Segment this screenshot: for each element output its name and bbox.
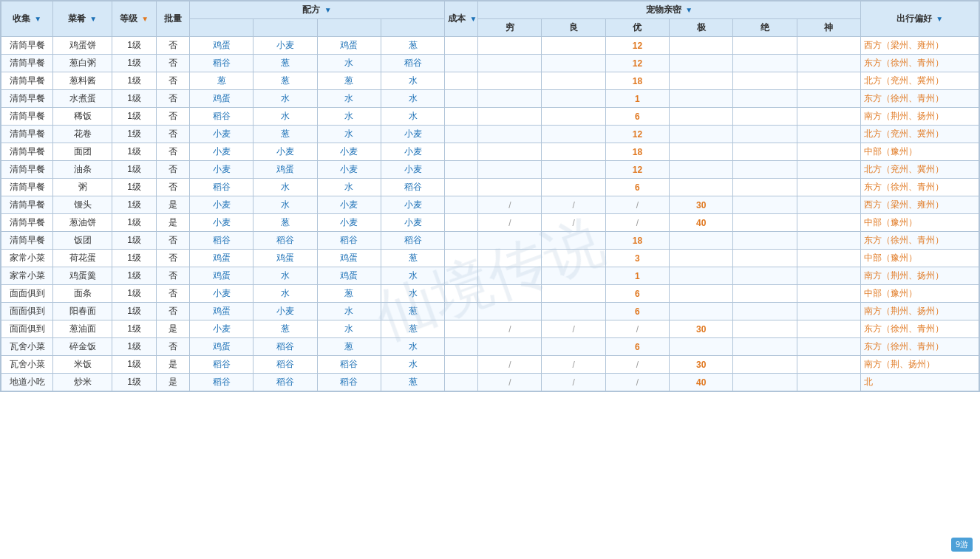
- filter-dish-icon[interactable]: ▼: [89, 15, 97, 22]
- table-cell: [445, 214, 478, 232]
- table-cell: 3: [605, 250, 669, 267]
- header-collect[interactable]: 收集 ▼: [1, 1, 53, 37]
- table-cell: [542, 126, 605, 143]
- table-cell: 水: [381, 285, 444, 303]
- table-cell: 稻谷: [381, 55, 444, 72]
- table-cell: [670, 72, 733, 90]
- table-cell: [797, 143, 860, 161]
- header-affinity-group[interactable]: 宠物亲密 ▼: [478, 1, 861, 19]
- table-cell: [670, 267, 733, 285]
- table-cell: [797, 161, 860, 179]
- table-cell: 稻谷: [317, 232, 381, 250]
- table-cell: /: [605, 196, 669, 214]
- table-row: 清简早餐面团1级否小麦小麦小麦小麦18中部（豫州）: [1, 143, 979, 161]
- table-cell: 油条: [53, 161, 112, 179]
- header-batch[interactable]: 批量: [157, 1, 190, 37]
- table-cell: [478, 143, 542, 161]
- table-cell: [542, 250, 605, 267]
- table-cell: 否: [157, 179, 190, 196]
- header-divine[interactable]: 神: [797, 19, 860, 37]
- table-cell: 6: [605, 285, 669, 303]
- table-cell: 中部（豫州）: [861, 285, 979, 303]
- table-cell: 南方（荆、扬州）: [861, 356, 979, 374]
- header-excellent[interactable]: 优: [605, 19, 669, 37]
- table-cell: 北方（兖州、冀州）: [861, 72, 979, 90]
- header-cost[interactable]: 成本 ▼: [445, 1, 478, 37]
- table-cell: /: [542, 196, 605, 214]
- table-cell: 葱料酱: [53, 72, 112, 90]
- table-cell: 清简早餐: [1, 108, 53, 126]
- table-cell: 稻谷: [190, 179, 253, 196]
- table-cell: [670, 161, 733, 179]
- filter-recipe-icon[interactable]: ▼: [324, 6, 332, 13]
- filter-travel-icon[interactable]: ▼: [936, 15, 943, 22]
- filter-level-icon[interactable]: ▼: [141, 15, 149, 22]
- table-cell: 南方（荆州、扬州）: [861, 303, 979, 320]
- table-cell: [478, 303, 542, 320]
- table-cell: 小麦: [190, 214, 253, 232]
- table-cell: [670, 55, 733, 72]
- table-cell: [733, 285, 797, 303]
- table-cell: [478, 37, 542, 55]
- header-recipe-group[interactable]: 配方 ▼: [190, 1, 445, 19]
- table-cell: 30: [670, 196, 733, 214]
- header-poor[interactable]: 穷: [478, 19, 542, 37]
- table-cell: 小麦: [317, 196, 381, 214]
- filter-cost-icon[interactable]: ▼: [470, 15, 477, 22]
- table-cell: 1级: [112, 338, 157, 356]
- table-cell: 清简早餐: [1, 72, 53, 90]
- table-cell: 1级: [112, 143, 157, 161]
- table-cell: [797, 196, 860, 214]
- header-recipe3[interactable]: [317, 19, 381, 37]
- table-cell: [445, 90, 478, 108]
- table-cell: 小麦: [190, 143, 253, 161]
- table-row: 清简早餐饭团1级否稻谷稻谷稻谷稻谷18东方（徐州、青州）: [1, 232, 979, 250]
- filter-affinity-icon[interactable]: ▼: [685, 6, 693, 13]
- table-cell: [670, 250, 733, 267]
- table-cell: 水: [317, 179, 381, 196]
- table-cell: [542, 37, 605, 55]
- table-cell: [733, 356, 797, 374]
- table-cell: [478, 250, 542, 267]
- table-cell: 水: [317, 90, 381, 108]
- table-cell: [542, 161, 605, 179]
- header-supreme[interactable]: 绝: [733, 19, 797, 37]
- table-cell: 1级: [112, 320, 157, 338]
- table-cell: [733, 126, 797, 143]
- header-travel[interactable]: 出行偏好 ▼: [861, 1, 979, 37]
- table-cell: 鸡蛋饼: [53, 37, 112, 55]
- table-cell: 稻谷: [253, 338, 317, 356]
- table-cell: 否: [157, 303, 190, 320]
- table-cell: 瓦舍小菜: [1, 338, 53, 356]
- table-cell: [797, 108, 860, 126]
- table-cell: 东方（徐州、青州）: [861, 55, 979, 72]
- table-cell: 水: [253, 196, 317, 214]
- table-cell: 1: [605, 90, 669, 108]
- table-cell: [797, 303, 860, 320]
- header-level[interactable]: 等级 ▼: [112, 1, 157, 37]
- table-cell: 稻谷: [253, 356, 317, 374]
- header-recipe2[interactable]: [253, 19, 317, 37]
- table-cell: [670, 37, 733, 55]
- table-cell: 否: [157, 72, 190, 90]
- table-row: 地道小吃炒米1级是稻谷稻谷稻谷葱///40北: [1, 374, 979, 391]
- table-cell: 否: [157, 338, 190, 356]
- filter-collect-icon[interactable]: ▼: [34, 15, 41, 22]
- table-cell: 水煮蛋: [53, 90, 112, 108]
- table-cell: 小麦: [317, 161, 381, 179]
- table-cell: 鸡蛋羹: [53, 267, 112, 285]
- table-cell: [670, 143, 733, 161]
- table-cell: 稻谷: [253, 374, 317, 391]
- header-dish[interactable]: 菜肴 ▼: [53, 1, 112, 37]
- header-recipe4[interactable]: [381, 19, 444, 37]
- header-extreme[interactable]: 极: [670, 19, 733, 37]
- table-cell: [797, 320, 860, 338]
- table-cell: [797, 72, 860, 90]
- header-recipe1[interactable]: [190, 19, 253, 37]
- table-cell: [797, 250, 860, 267]
- table-cell: 稻谷: [381, 179, 444, 196]
- header-good[interactable]: 良: [542, 19, 605, 37]
- table-cell: [797, 356, 860, 374]
- table-cell: [733, 90, 797, 108]
- table-cell: /: [605, 214, 669, 232]
